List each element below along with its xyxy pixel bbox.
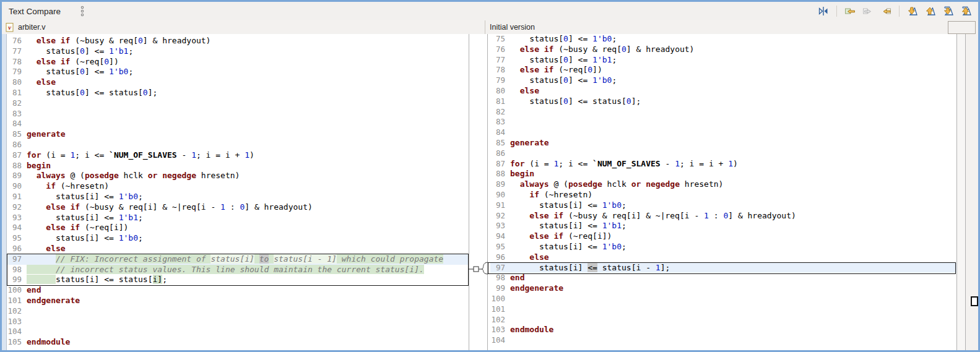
code-line[interactable]: 82 bbox=[7, 98, 469, 109]
code-line[interactable]: 86 bbox=[490, 148, 956, 159]
code-line[interactable]: 91 status[i] <= 1'b0; bbox=[490, 200, 956, 211]
code-line[interactable]: 102 bbox=[490, 315, 956, 325]
diff-marker[interactable] bbox=[971, 296, 978, 306]
code-line[interactable]: 100 bbox=[490, 294, 956, 304]
code-line[interactable]: 95 status[i] <= 1'b0; bbox=[7, 233, 469, 244]
line-number: 95 bbox=[490, 242, 508, 252]
line-number: 80 bbox=[490, 86, 508, 97]
code-line[interactable]: 76 else if (~busy & req[0] & hreadyout) bbox=[490, 45, 956, 55]
right-code-area[interactable]: 75 status[0] <= 1'b0;76 else if (~busy &… bbox=[490, 34, 956, 346]
code-line[interactable]: 88begin bbox=[7, 161, 469, 171]
line-number: 78 bbox=[7, 57, 24, 67]
code-text bbox=[24, 317, 27, 327]
code-line[interactable]: 92 else if (~busy & req[i] & ~|req[i - 1… bbox=[490, 211, 956, 221]
code-line[interactable]: 93 status[i] <= 1'b1; bbox=[7, 213, 469, 223]
code-line[interactable]: 89 always @ (posedge hclk or negedge hre… bbox=[490, 179, 956, 190]
code-line[interactable]: 100end bbox=[7, 285, 469, 296]
right-editor-pane[interactable]: 75 status[0] <= 1'b0;76 else if (~busy &… bbox=[488, 34, 956, 350]
left-annotation-ruler bbox=[2, 34, 7, 350]
line-number: 90 bbox=[490, 190, 508, 200]
code-text: status[0] <= 1'b1; bbox=[24, 46, 133, 57]
view-menu-icon[interactable] bbox=[79, 6, 85, 17]
code-line[interactable]: 90 if (~hresetn) bbox=[490, 190, 956, 200]
swap-left-right-icon[interactable] bbox=[817, 4, 830, 18]
copy-right-to-left-icon[interactable] bbox=[879, 4, 893, 18]
line-number: 83 bbox=[7, 109, 24, 119]
code-line[interactable]: 98end bbox=[490, 273, 956, 283]
code-line[interactable]: 80 else bbox=[7, 77, 469, 88]
code-text: else bbox=[24, 244, 66, 254]
code-line[interactable]: 103endmodule bbox=[490, 325, 956, 335]
code-line[interactable]: 99endgenerate bbox=[490, 283, 956, 294]
next-difference-icon[interactable] bbox=[906, 4, 919, 18]
previous-difference-icon[interactable] bbox=[924, 4, 937, 18]
code-line[interactable]: 85generate bbox=[7, 129, 469, 140]
code-line[interactable]: 79 status[0] <= 1'b0; bbox=[490, 75, 956, 86]
code-line[interactable]: 75 status[0] <= 1'b0; bbox=[490, 34, 956, 45]
code-line[interactable]: 104 bbox=[490, 335, 956, 346]
code-text: status[0] <= 1'b0; bbox=[24, 67, 133, 77]
code-line[interactable]: 86 bbox=[7, 140, 469, 150]
code-line[interactable]: 90 if (~hresetn) bbox=[7, 181, 469, 192]
code-line[interactable]: 77 status[0] <= 1'b1; bbox=[490, 55, 956, 66]
compare-editor-titlebar: Text Compare bbox=[2, 2, 978, 21]
right-scrollbar-track[interactable] bbox=[956, 34, 965, 350]
code-line[interactable]: 105endmodule bbox=[7, 337, 469, 348]
code-line[interactable]: 81 status[0] <= status[0]; bbox=[7, 88, 469, 98]
code-line[interactable]: 94 else if (~req[i]) bbox=[490, 231, 956, 242]
code-line[interactable]: 83 bbox=[7, 109, 469, 119]
code-line[interactable]: 94 else if (~req[i]) bbox=[7, 223, 469, 233]
copy-all-right-to-left-icon[interactable] bbox=[843, 4, 857, 18]
line-number: 102 bbox=[490, 315, 508, 325]
code-line[interactable]: 88begin bbox=[490, 169, 956, 179]
code-line[interactable]: 76 else if (~busy & req[0] & hreadyout) bbox=[7, 36, 469, 46]
code-line[interactable]: 85generate bbox=[490, 138, 956, 148]
code-line[interactable]: 95 status[i] <= 1'b0; bbox=[490, 242, 956, 252]
line-number: 94 bbox=[490, 231, 508, 242]
code-text bbox=[24, 140, 27, 150]
code-text: endgenerate bbox=[24, 296, 80, 306]
code-line[interactable]: 78 else if (~req[0]) bbox=[7, 57, 469, 67]
previous-change-icon[interactable] bbox=[960, 4, 973, 18]
code-line[interactable]: 83 bbox=[490, 117, 956, 127]
code-line[interactable]: 87for (i = 1; i <= `NUM_OF_SLAVES - 1; i… bbox=[490, 159, 956, 170]
overview-ruler-header[interactable] bbox=[948, 21, 976, 34]
code-line[interactable]: 97 // FIX: Incorrect assignment of statu… bbox=[7, 254, 469, 265]
code-line[interactable]: 84 bbox=[7, 119, 469, 129]
code-line[interactable]: 89 always @ (posedge hclk or negedge hre… bbox=[7, 171, 469, 181]
left-code-area[interactable]: 76 else if (~busy & req[0] & hreadyout)7… bbox=[7, 34, 469, 348]
code-line[interactable]: 96 else bbox=[7, 244, 469, 254]
line-number: 88 bbox=[490, 169, 508, 179]
code-line[interactable]: 97 status[i] <= status[i - 1]; bbox=[490, 263, 956, 273]
code-line[interactable]: 99 status[i] <= status[i]; bbox=[7, 275, 469, 285]
next-change-icon[interactable] bbox=[942, 4, 955, 18]
code-line[interactable]: 79 status[0] <= 1'b0; bbox=[7, 67, 469, 77]
code-text: else if (~busy & req[i] & ~|req[i - 1 : … bbox=[508, 211, 796, 221]
line-number: 93 bbox=[490, 221, 508, 231]
code-line[interactable]: 92 else if (~busy & req[i] & ~|req[i - 1… bbox=[7, 202, 469, 213]
left-editor-pane[interactable]: 76 else if (~busy & req[0] & hreadyout)7… bbox=[2, 34, 469, 350]
code-line[interactable]: 104 bbox=[7, 327, 469, 337]
code-line[interactable]: 101endgenerate bbox=[7, 296, 469, 306]
code-line[interactable]: 77 status[0] <= 1'b1; bbox=[7, 46, 469, 57]
code-line[interactable]: 101 bbox=[490, 304, 956, 315]
code-line[interactable]: 91 status[i] <= 1'b0; bbox=[7, 192, 469, 202]
code-line[interactable]: 96 else bbox=[490, 252, 956, 263]
line-number: 78 bbox=[490, 65, 508, 75]
code-line[interactable]: 80 else bbox=[490, 86, 956, 97]
left-file-name: arbiter.v bbox=[18, 23, 45, 32]
code-line[interactable]: 78 else if (~req[0]) bbox=[490, 65, 956, 75]
code-line[interactable]: 93 status[i] <= 1'b1; bbox=[490, 221, 956, 231]
line-number: 83 bbox=[490, 117, 508, 127]
code-line[interactable]: 81 status[0] <= status[0]; bbox=[490, 97, 956, 107]
copy-left-to-right-icon-disabled[interactable] bbox=[861, 4, 875, 18]
code-line[interactable]: 82 bbox=[490, 107, 956, 118]
code-line[interactable]: 87for (i = 1; i <= `NUM_OF_SLAVES - 1; i… bbox=[7, 150, 469, 161]
code-text bbox=[508, 117, 510, 127]
code-line[interactable]: 103 bbox=[7, 317, 469, 327]
code-line[interactable]: 98 // incorrect status values. This line… bbox=[7, 265, 469, 275]
line-number: 77 bbox=[7, 46, 24, 57]
code-line[interactable]: 84 bbox=[490, 127, 956, 138]
overview-ruler[interactable] bbox=[965, 34, 978, 350]
code-line[interactable]: 102 bbox=[7, 306, 469, 317]
